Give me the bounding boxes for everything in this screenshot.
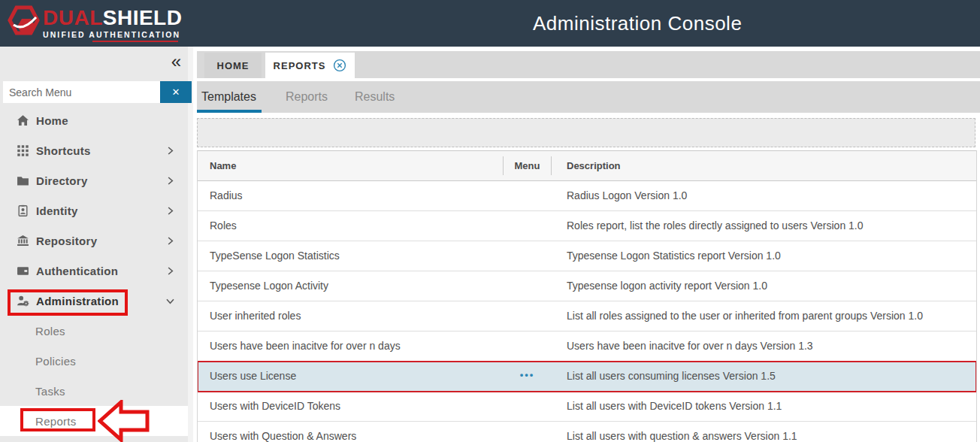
folder-icon <box>17 174 29 187</box>
dualshield-shield-icon <box>6 4 41 40</box>
cell-description: Radius Logon Version 1.0 <box>552 181 976 210</box>
cell-menu <box>503 271 552 301</box>
cell-name: Users with Question & Answers <box>198 422 503 442</box>
table-row[interactable]: User inherited rolesList all roles assig… <box>198 301 976 332</box>
cell-description: Typesense logon activity report Version … <box>552 271 976 301</box>
chevron-right-icon <box>165 205 176 216</box>
cell-description: Typesense Logon Statistics report Versio… <box>552 241 976 271</box>
grid-icon <box>17 144 29 157</box>
table-row[interactable]: Typesense Logon ActivityTypesense logon … <box>198 271 976 301</box>
sidebar-item-label: Directory <box>36 174 88 187</box>
table-row[interactable]: Users with Question & AnswersList all us… <box>198 422 976 442</box>
tab-strip: HOMEREPORTS <box>197 51 980 78</box>
column-header-name[interactable]: Name <box>198 151 503 180</box>
cell-description: Users have been inacitve for over n days… <box>552 332 976 361</box>
tab-home[interactable]: HOME <box>204 53 262 78</box>
sidebar-item-label: Shortcuts <box>36 144 91 157</box>
column-header-menu[interactable]: Menu <box>503 151 552 180</box>
usergear-icon <box>17 295 29 307</box>
cell-menu: ••• <box>503 362 552 391</box>
cell-description: List all roles assigned to the user or i… <box>552 301 976 331</box>
table-row[interactable]: RolesRoles report, list the roles direct… <box>198 211 976 241</box>
sidebar-menu: HomeShortcutsDirectoryIdentityRepository… <box>0 47 193 442</box>
logo-underline <box>92 41 178 42</box>
sidebar-item-home[interactable]: Home <box>0 105 188 135</box>
sidebar-item-label: Reports <box>35 415 77 428</box>
tab-label: HOME <box>217 60 250 71</box>
page-title: Administration Console <box>533 0 742 47</box>
table-body: RadiusRadius Logon Version 1.0RolesRoles… <box>198 181 976 442</box>
sidebar-item-label: Identity <box>36 204 78 217</box>
home-icon <box>17 114 29 127</box>
cell-name: Users with DeviceID Tokens <box>198 392 503 421</box>
tab-reports[interactable]: REPORTS <box>265 53 355 78</box>
dualshield-logo: DUALSHIELD UNIFIED AUTHENTICATION <box>6 4 182 42</box>
sidebar-item-identity[interactable]: Identity <box>0 195 188 226</box>
tab-label: REPORTS <box>274 60 326 71</box>
subtab-results[interactable]: Results <box>355 81 395 113</box>
table-row[interactable]: RadiusRadius Logon Version 1.0 <box>198 181 976 211</box>
cell-name: Roles <box>198 211 503 241</box>
sidebar-item-authentication[interactable]: Authentication <box>0 256 188 286</box>
table-header-row: NameMenuDescription <box>198 150 976 181</box>
cell-menu <box>503 301 552 331</box>
sidebar-item-label: Roles <box>35 325 65 338</box>
chevron-right-icon <box>165 175 176 186</box>
bank-icon <box>17 235 29 247</box>
sidebar-item-label: Authentication <box>36 265 118 277</box>
sidebar-item-label: Administration <box>36 295 119 307</box>
sidebar-item-administration[interactable]: Administration <box>0 286 188 316</box>
sidebar-item-roles[interactable]: Roles <box>0 316 188 346</box>
sidebar-item-directory[interactable]: Directory <box>0 165 188 195</box>
table-row[interactable]: Users with DeviceID TokensList all users… <box>198 392 976 422</box>
toolbar-area <box>197 118 975 147</box>
cell-menu <box>503 211 552 241</box>
cell-name: User inherited roles <box>198 301 503 331</box>
sidebar-item-repository[interactable]: Repository <box>0 226 188 256</box>
ellipsis-icon[interactable]: ••• <box>520 369 535 380</box>
sidebar-item-reports[interactable]: Reports <box>0 406 188 436</box>
sidebar-item-label: Tasks <box>35 385 65 398</box>
wallet-icon <box>17 265 29 277</box>
idcard-icon <box>17 204 29 217</box>
cell-menu <box>503 241 552 271</box>
sidebar-item-label: Repository <box>36 235 97 247</box>
sidebar-item-label: Home <box>36 114 68 127</box>
cell-description: List all users with question & answers V… <box>552 422 976 442</box>
sidebar-item-tasks[interactable]: Tasks <box>0 376 188 406</box>
cell-name: Users use License <box>198 362 503 391</box>
cell-menu <box>503 422 552 442</box>
cell-menu <box>503 392 552 421</box>
cell-description: List all users with DeviceID tokens Vers… <box>552 392 976 421</box>
cell-name: TypeSense Logon Statistics <box>198 241 503 271</box>
sidebar-item-shortcuts[interactable]: Shortcuts <box>0 135 188 165</box>
subtab-reports[interactable]: Reports <box>286 81 328 113</box>
app-header: DUALSHIELD UNIFIED AUTHENTICATION Admini… <box>0 0 980 47</box>
sidebar-item-label: Policies <box>35 355 76 368</box>
table-row[interactable]: Users have been inacitve for over n days… <box>198 332 976 362</box>
cell-name: Radius <box>198 181 503 210</box>
content-area: HOMEREPORTS TemplatesReportsResults Name… <box>193 47 980 442</box>
cell-menu <box>503 181 552 210</box>
report-templates-table: NameMenuDescription RadiusRadius Logon V… <box>197 150 977 442</box>
chevron-right-icon <box>165 145 176 156</box>
cell-description: Roles report, list the roles directly as… <box>552 211 976 241</box>
table-row[interactable]: Users use License•••List all users consu… <box>198 362 976 392</box>
subtab-templates[interactable]: Templates <box>201 81 256 113</box>
cell-description: List all users consuming licenses Versio… <box>552 362 976 391</box>
column-header-desc[interactable]: Description <box>552 151 976 180</box>
cell-menu <box>503 332 552 361</box>
logo-subtitle: UNIFIED AUTHENTICATION <box>43 30 182 39</box>
sidebar: « ✕ HomeShortcutsDirectoryIdentityReposi… <box>0 47 193 442</box>
app-root: DUALSHIELD UNIFIED AUTHENTICATION Admini… <box>0 0 980 442</box>
cell-name: Typesense Logon Activity <box>198 271 503 301</box>
chevron-right-icon <box>165 265 176 277</box>
logo-wordmark: DUALSHIELD <box>43 7 182 29</box>
chevron-down-icon <box>165 295 176 307</box>
close-icon[interactable] <box>333 59 346 72</box>
sidebar-item-policies[interactable]: Policies <box>0 346 188 376</box>
chevron-right-icon <box>165 235 176 247</box>
cell-name: Users have been inacitve for over n days <box>198 332 503 361</box>
table-row[interactable]: TypeSense Logon StatisticsTypesense Logo… <box>198 241 976 271</box>
subtab-bar: TemplatesReportsResults <box>197 81 980 113</box>
